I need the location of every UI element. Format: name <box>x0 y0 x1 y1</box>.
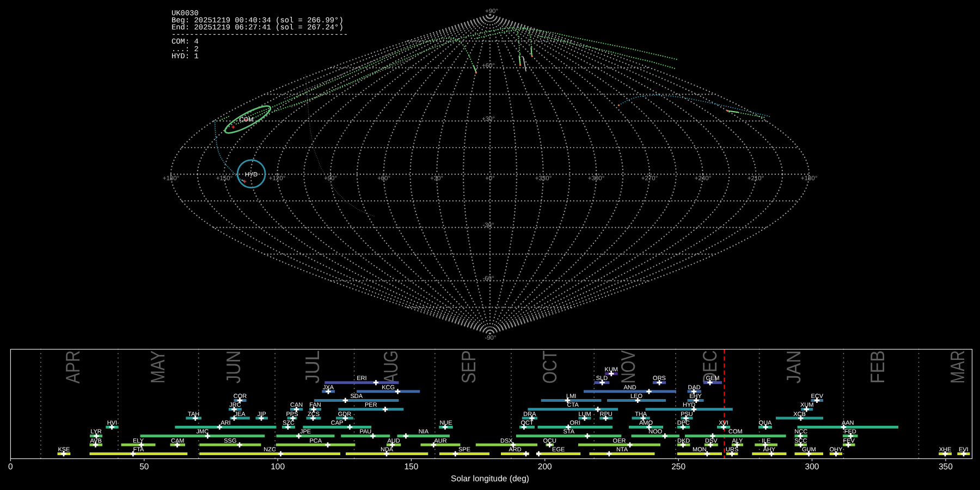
svg-text:JXA: JXA <box>323 384 334 391</box>
svg-text:+180°: +180° <box>163 175 180 182</box>
svg-text:NCC: NCC <box>794 428 807 435</box>
svg-text:350: 350 <box>939 462 953 471</box>
svg-text:FTA: FTA <box>133 446 144 453</box>
svg-text:-60°: -60° <box>482 275 494 282</box>
svg-text:RPU: RPU <box>600 411 612 418</box>
svg-text:NUE: NUE <box>439 420 452 426</box>
svg-text:JUL: JUL <box>301 351 323 384</box>
svg-text:+120°: +120° <box>269 175 286 182</box>
svg-text:ELY: ELY <box>133 438 144 444</box>
svg-text:EHY: EHY <box>689 393 702 400</box>
svg-text:PPS: PPS <box>286 411 298 418</box>
svg-text:+330°: +330° <box>535 175 552 182</box>
svg-text:NDA: NDA <box>381 446 394 453</box>
svg-text:PSU: PSU <box>681 411 693 418</box>
svg-text:AMO: AMO <box>639 420 653 426</box>
svg-text:200: 200 <box>538 462 552 471</box>
svg-text:QUA: QUA <box>759 420 773 426</box>
svg-text:AVB: AVB <box>90 438 102 444</box>
svg-text:50: 50 <box>139 462 149 471</box>
svg-text:ORS: ORS <box>653 375 666 382</box>
svg-text:OCT: OCT <box>520 420 534 426</box>
svg-text:ARI: ARI <box>220 420 230 426</box>
svg-text:FEB: FEB <box>866 351 889 384</box>
svg-text:SPE: SPE <box>458 446 470 453</box>
svg-text:AAN: AAN <box>842 420 854 426</box>
svg-text:JUN: JUN <box>222 351 244 384</box>
svg-text:SSG: SSG <box>224 438 236 444</box>
svg-text:150: 150 <box>404 462 418 471</box>
svg-text:MAY: MAY <box>146 351 169 384</box>
svg-text:DPC: DPC <box>677 420 690 426</box>
svg-text:NIA: NIA <box>419 428 429 435</box>
svg-text:ECV: ECV <box>811 393 823 400</box>
svg-text:SDA: SDA <box>350 393 363 400</box>
svg-text:DSV: DSV <box>705 438 718 444</box>
svg-text:FED: FED <box>844 428 856 435</box>
svg-text:+150°: +150° <box>216 175 233 182</box>
svg-text:JEA: JEA <box>235 411 246 418</box>
svg-text:MON: MON <box>693 446 707 453</box>
svg-text:CTA: CTA <box>567 402 579 408</box>
svg-text:SLD: SLD <box>596 375 608 382</box>
svg-text:+60°: +60° <box>482 63 495 69</box>
svg-text:ZCS: ZCS <box>308 411 320 418</box>
svg-text:OER: OER <box>613 438 626 444</box>
svg-text:SZC: SZC <box>283 420 295 426</box>
svg-text:TAH: TAH <box>188 411 199 418</box>
svg-text:ILE: ILE <box>762 438 771 444</box>
svg-text:+300°: +300° <box>588 175 605 182</box>
svg-text:GEM: GEM <box>706 375 719 382</box>
svg-text:+270°: +270° <box>641 175 658 182</box>
svg-text:XUM: XUM <box>800 402 813 408</box>
svg-text:KCG: KCG <box>382 384 395 391</box>
svg-text:+210°: +210° <box>748 175 764 182</box>
svg-text:AHY: AHY <box>763 446 776 453</box>
svg-text:250: 250 <box>671 462 685 471</box>
svg-text:+90°: +90° <box>485 8 498 15</box>
svg-text:OCU: OCU <box>543 438 557 444</box>
svg-text:CAN: CAN <box>290 402 303 408</box>
svg-text:CAM: CAM <box>171 438 184 444</box>
svg-text:DSX: DSX <box>500 438 513 444</box>
svg-text:COM: COM <box>239 117 253 123</box>
svg-text:JPE: JPE <box>300 428 311 435</box>
svg-text:PER: PER <box>365 402 377 408</box>
svg-text:EVI: EVI <box>959 446 969 453</box>
svg-text:PAU: PAU <box>359 428 371 435</box>
svg-text:ARD: ARD <box>509 446 521 453</box>
svg-text:0: 0 <box>8 462 13 471</box>
svg-text:+90°: +90° <box>324 175 337 182</box>
svg-text:HYD: 1: HYD: 1 <box>171 52 199 61</box>
svg-text:-30°: -30° <box>482 222 494 229</box>
svg-text:HYD: HYD <box>245 171 258 178</box>
svg-text:COM: COM <box>728 428 743 435</box>
svg-text:AND: AND <box>623 384 636 391</box>
svg-text:+30°: +30° <box>430 175 443 182</box>
svg-text:DAD: DAD <box>688 384 701 391</box>
svg-text:KUM: KUM <box>605 366 618 373</box>
svg-text:KSE: KSE <box>58 446 70 453</box>
svg-text:XVI: XVI <box>719 420 728 426</box>
svg-text:JAN: JAN <box>782 351 805 384</box>
svg-text:LEO: LEO <box>630 393 642 400</box>
svg-text:AUD: AUD <box>387 438 400 444</box>
svg-text:+60°: +60° <box>377 175 390 182</box>
svg-text:PCA: PCA <box>309 438 322 444</box>
svg-text:AUR: AUR <box>434 438 446 444</box>
svg-text:SCC: SCC <box>794 438 807 444</box>
svg-text:ORI: ORI <box>569 420 580 426</box>
svg-text:OCT: OCT <box>538 351 561 384</box>
svg-text:NOV: NOV <box>617 351 639 384</box>
svg-text:APR: APR <box>62 351 84 384</box>
svg-text:MAR: MAR <box>946 351 969 384</box>
svg-text:COR: COR <box>234 393 247 400</box>
svg-text:NZC: NZC <box>264 446 276 453</box>
svg-text:EGE: EGE <box>552 446 565 453</box>
svg-text:100: 100 <box>271 462 285 471</box>
svg-text:+180°: +180° <box>801 175 818 182</box>
svg-text:-90°: -90° <box>485 335 496 341</box>
svg-text:+240°: +240° <box>695 175 712 182</box>
svg-text:300: 300 <box>805 462 819 471</box>
svg-text:FEV: FEV <box>843 438 855 444</box>
